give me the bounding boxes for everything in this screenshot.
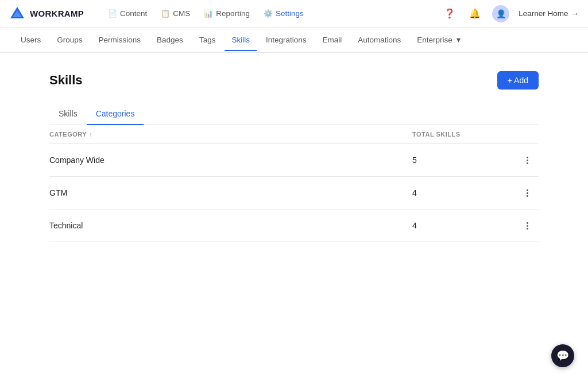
total-skills-count: 4 [412,221,516,230]
table-row: GTM 4 [49,177,539,209]
dot [527,157,528,158]
top-nav-right: ❓ 🔔 👤 Learner Home → [442,5,579,22]
dot [527,192,528,194]
subnav-email[interactable]: Email [315,30,349,51]
settings-icon: ⚙️ [264,9,273,18]
row-menu-button[interactable] [523,217,532,234]
nav-settings[interactable]: ⚙️ Settings [258,6,310,21]
row-menu-button[interactable] [523,152,532,168]
page-header: Skills + Add [49,71,539,90]
subnav-automations[interactable]: Automations [351,30,408,51]
subnav-badges[interactable]: Badges [150,30,190,51]
help-button[interactable]: ❓ [442,6,458,21]
total-skills-count: 4 [412,188,516,197]
total-skills-count: 5 [412,155,516,165]
top-nav-links: 📄 Content 📋 CMS 📊 Reporting ⚙️ Settings [102,6,428,21]
chevron-down-icon: ▾ [457,36,461,44]
category-name: Technical [49,221,412,230]
main-content: Skills + Add Skills Categories CATEGORY … [36,53,552,261]
sort-icon: ↑ [89,131,92,138]
subnav-skills[interactable]: Skills [225,30,257,51]
dot [527,162,528,164]
logo-text: WORKRAMP [30,9,84,18]
category-name: Company Wide [49,155,412,165]
subnav-tags[interactable]: Tags [192,30,223,51]
table-row: Technical 4 [49,209,539,242]
actions-column-header [516,131,539,138]
add-button[interactable]: + Add [497,71,539,90]
dot [527,195,528,197]
dot [527,228,528,230]
dot [527,225,528,227]
arrow-right-icon: → [571,9,579,18]
avatar[interactable]: 👤 [492,5,509,22]
total-skills-column-header: TOTAL SKILLS [412,131,516,138]
cms-icon: 📋 [161,9,170,18]
subnav-users[interactable]: Users [14,30,48,51]
table-row: Company Wide 5 [49,144,539,177]
subnav-groups[interactable]: Groups [50,30,89,51]
table-header: CATEGORY ↑ TOTAL SKILLS [49,125,539,144]
subnav-integrations[interactable]: Integrations [259,30,314,51]
nav-cms[interactable]: 📋 CMS [155,6,196,21]
help-icon: ❓ [444,8,455,19]
row-menu-button[interactable] [523,185,532,201]
nav-content[interactable]: 📄 Content [102,6,153,21]
nav-reporting[interactable]: 📊 Reporting [198,6,256,21]
dot [527,160,528,161]
logo[interactable]: WORKRAMP [9,6,84,22]
bell-icon: 🔔 [469,8,481,19]
subnav-enterprise[interactable]: Enterprise ▾ [410,29,467,51]
row-actions [516,152,539,168]
tab-skills[interactable]: Skills [49,103,87,125]
logo-icon [9,6,25,22]
reporting-icon: 📊 [204,9,213,18]
page-title: Skills [49,73,82,88]
dot [527,189,528,191]
category-column-header: CATEGORY ↑ [49,131,412,138]
subnav-permissions[interactable]: Permissions [92,30,148,51]
dot [527,222,528,224]
tabs: Skills Categories [49,103,539,125]
row-actions [516,217,539,234]
sub-nav: Users Groups Permissions Badges Tags Ski… [0,28,588,53]
content-icon: 📄 [108,9,117,18]
tab-categories[interactable]: Categories [87,103,144,125]
notifications-button[interactable]: 🔔 [467,6,483,21]
categories-table: CATEGORY ↑ TOTAL SKILLS Company Wide 5 G… [49,125,539,242]
learner-home-link[interactable]: Learner Home → [519,9,579,18]
row-actions [516,185,539,201]
top-nav: WORKRAMP 📄 Content 📋 CMS 📊 Reporting ⚙️ … [0,0,588,28]
category-name: GTM [49,188,412,197]
